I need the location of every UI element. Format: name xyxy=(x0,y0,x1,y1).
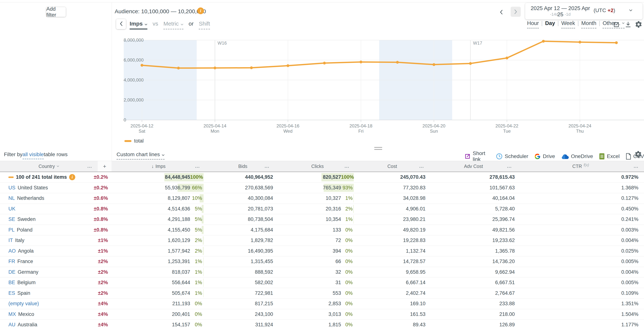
uncertainty-cell: ±0.6% xyxy=(85,193,112,204)
all-visible-link[interactable]: all visible xyxy=(22,151,44,159)
column-menu-icon[interactable] xyxy=(88,164,92,169)
open-in-new-icon[interactable] xyxy=(613,21,620,28)
info-icon[interactable]: i xyxy=(69,174,75,180)
granularity-month[interactable]: Month xyxy=(581,20,596,28)
cost-cell: 2,402.74 xyxy=(355,288,430,299)
bids-cell: 4,175,684 xyxy=(206,225,280,235)
country-cell[interactable]: DEGermany xyxy=(0,267,85,278)
column-menu-icon[interactable] xyxy=(419,164,424,169)
svg-text:0: 0 xyxy=(124,117,126,122)
ctr-cell: 0.127% xyxy=(517,193,644,204)
ctr-cell: 0.450% xyxy=(517,204,644,214)
imps-cell: 556,6441% xyxy=(112,278,206,288)
chart-table-resize-handle[interactable] xyxy=(374,147,382,150)
custom-chart-lines-dropdown[interactable]: Custom chart lines xyxy=(116,151,164,160)
prev-period-button[interactable] xyxy=(500,9,506,15)
cost-cell: 89.43 xyxy=(355,320,430,328)
country-cell[interactable]: ITItaly xyxy=(0,235,85,246)
add-filter-button[interactable]: Add filter xyxy=(46,7,66,17)
country-cell[interactable]: FRFrance xyxy=(0,256,85,267)
chevron-down-icon xyxy=(180,20,184,27)
country-cell[interactable]: USUnited States xyxy=(0,183,85,193)
country-cell[interactable]: MXMexico xyxy=(0,309,85,320)
cloud-icon xyxy=(561,154,569,159)
svg-text:Thu: Thu xyxy=(576,129,584,134)
download-icon[interactable] xyxy=(625,21,632,28)
export-drive[interactable]: Drive xyxy=(534,153,555,160)
cost-cell: 9,658.95 xyxy=(355,267,430,278)
date-range-relative: -14d — -1d xyxy=(528,12,592,17)
adv-cost-cell: 9,662.94 xyxy=(430,267,517,278)
cost-cell: 14,728.57 xyxy=(355,256,430,267)
export-scheduler[interactable]: Scheduler xyxy=(496,153,528,160)
info-icon[interactable]: i xyxy=(197,7,204,14)
country-cell[interactable]: NLNetherlands xyxy=(0,193,85,204)
country-cell[interactable]: (empty value) xyxy=(0,299,85,309)
column-header-cost[interactable]: Cost xyxy=(355,161,430,172)
metric-select[interactable]: Imps xyxy=(130,20,147,29)
svg-text:Wed: Wed xyxy=(283,129,292,134)
column-header-imps[interactable]: ↓Imps xyxy=(112,161,206,172)
column-header-adv-cost[interactable]: Adv Cost xyxy=(430,161,517,172)
country-cell[interactable]: AOAngola xyxy=(0,246,85,256)
cost-cell: 1,132.74 xyxy=(355,246,430,256)
svg-text:2025-04-14: 2025-04-14 xyxy=(204,123,226,128)
table-row: 100 of 241 total itemsi±0.2%84,448,94510… xyxy=(0,172,644,183)
export-short-link[interactable]: Short link xyxy=(464,150,490,162)
adv-cost-cell: 218.00 xyxy=(430,309,517,320)
gear-icon[interactable] xyxy=(635,20,642,28)
country-cell[interactable]: BEBelgium xyxy=(0,278,85,288)
granularity-hour[interactable]: Hour xyxy=(527,20,539,28)
bids-cell: 1,315,455 xyxy=(206,256,280,267)
gear-icon[interactable] xyxy=(634,150,642,158)
next-period-button[interactable] xyxy=(511,7,521,17)
ctr-cell: 0.025% xyxy=(517,246,644,256)
column-header-country[interactable]: Country xyxy=(0,161,98,172)
granularity-week[interactable]: Week xyxy=(561,20,575,28)
column-menu-icon[interactable] xyxy=(265,164,269,169)
granularity-day[interactable]: Day xyxy=(545,20,555,28)
panel-divider xyxy=(112,2,112,161)
ctr-cell: 1.351% xyxy=(517,299,644,309)
legend-item-total[interactable]: total xyxy=(124,138,144,144)
country-cell[interactable]: 100 of 241 total itemsi xyxy=(0,172,85,182)
imps-cell: 154,1570% xyxy=(112,320,206,328)
export-excel[interactable]: Excel xyxy=(599,153,620,160)
table-row: ESSpain±2%505,6741%722,9815530%2,402.742… xyxy=(0,288,644,299)
add-column-button[interactable]: + xyxy=(98,161,112,172)
table-row: AOAngola±1%1,577,9422%16,490,3953940%1,1… xyxy=(0,246,644,257)
imps-cell: 1,253,3911% xyxy=(112,256,206,267)
shift-select[interactable]: Shift xyxy=(199,20,210,29)
bids-cell: 722,981 xyxy=(206,288,280,299)
uncertainty-cell: ±4% xyxy=(85,320,112,328)
svg-text:Mon: Mon xyxy=(210,129,219,134)
table-row: NLNetherlands±0.6%8,129,80710%40,300,084… xyxy=(0,193,644,204)
bids-cell: 817,215 xyxy=(206,299,280,309)
clicks-cell: 10,3541% xyxy=(280,214,355,225)
collapse-chart-panel-button[interactable] xyxy=(116,19,126,29)
export-onedrive[interactable]: OneDrive xyxy=(561,153,593,159)
svg-text:2,000,000: 2,000,000 xyxy=(124,97,144,102)
column-header-bids[interactable]: Bids xyxy=(206,161,280,172)
ctr-cell: 0.109% xyxy=(517,288,644,299)
granularity-switcher: Hour|Day|Week|Month|Other... xyxy=(527,20,624,28)
svg-text:W17: W17 xyxy=(473,40,482,45)
adv-cost-cell: 49,821.56 xyxy=(430,225,517,235)
compare-metric-select[interactable]: Metric xyxy=(164,20,184,29)
bids-cell: 440,964,952 xyxy=(206,172,280,182)
country-cell[interactable]: ESSpain xyxy=(0,288,85,299)
column-header-clicks[interactable]: Clicks xyxy=(280,161,355,172)
country-cell[interactable]: PLPoland xyxy=(0,225,85,235)
cost-cell: 4,906.01 xyxy=(355,204,430,214)
column-menu-icon[interactable] xyxy=(507,164,512,169)
country-cell[interactable]: AUAustralia xyxy=(0,320,85,328)
column-menu-icon[interactable] xyxy=(634,164,638,169)
vs-label: vs xyxy=(152,20,158,27)
column-header-ctr[interactable]: CTRf(x) xyxy=(517,161,644,172)
country-cell[interactable]: UK xyxy=(0,204,85,214)
country-cell[interactable]: SESweden xyxy=(0,214,85,225)
column-menu-icon[interactable] xyxy=(195,164,200,169)
column-menu-icon[interactable] xyxy=(344,164,349,169)
chevron-down-icon[interactable] xyxy=(629,9,632,12)
imps-cell: 8,129,80710% xyxy=(112,193,206,204)
